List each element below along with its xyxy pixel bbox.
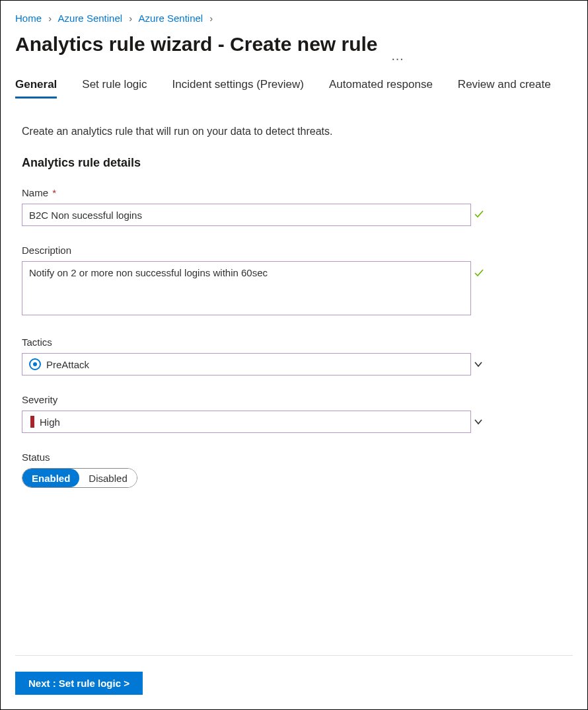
tab-set-rule-logic[interactable]: Set rule logic xyxy=(82,78,147,99)
tactics-select[interactable]: PreAttack xyxy=(22,353,471,375)
breadcrumb-sentinel-2[interactable]: Azure Sentinel xyxy=(139,13,203,24)
name-label: Name * xyxy=(22,187,491,198)
wizard-footer: Next : Set rule logic > xyxy=(15,655,573,695)
tab-review-create[interactable]: Review and create xyxy=(458,78,551,99)
chevron-right-icon: › xyxy=(48,13,52,24)
status-label: Status xyxy=(22,452,491,463)
breadcrumb-sentinel-1[interactable]: Azure Sentinel xyxy=(58,13,123,24)
tab-incident-settings[interactable]: Incident settings (Preview) xyxy=(172,78,304,99)
field-description: Description Notify on 2 or more non succ… xyxy=(22,245,491,318)
breadcrumb-home[interactable]: Home xyxy=(15,13,42,24)
chevron-right-icon: › xyxy=(129,13,132,24)
field-severity: Severity High xyxy=(22,394,491,433)
wizard-general-pane: Create an analytics rule that will run o… xyxy=(15,126,491,488)
target-icon xyxy=(29,358,41,370)
section-rule-details: Analytics rule details xyxy=(22,156,491,170)
field-name: Name * xyxy=(22,187,491,226)
name-input[interactable] xyxy=(22,204,471,226)
field-status: Status Enabled Disabled xyxy=(22,452,491,488)
next-button[interactable]: Next : Set rule logic > xyxy=(15,672,143,695)
tactics-label: Tactics xyxy=(22,336,491,348)
check-icon xyxy=(474,268,484,278)
breadcrumb: Home › Azure Sentinel › Azure Sentinel › xyxy=(15,13,573,24)
page-title: Analytics rule wizard - Create new rule xyxy=(15,33,378,56)
tab-automated-response[interactable]: Automated response xyxy=(329,78,433,99)
status-disabled[interactable]: Disabled xyxy=(79,469,136,487)
chevron-down-icon xyxy=(474,360,483,369)
tab-general[interactable]: General xyxy=(15,78,57,99)
wizard-tabs: General Set rule logic Incident settings… xyxy=(15,78,573,99)
check-icon xyxy=(474,209,484,219)
more-actions-button[interactable]: … xyxy=(387,48,408,63)
status-toggle[interactable]: Enabled Disabled xyxy=(22,468,137,488)
description-input[interactable]: Notify on 2 or more non successful login… xyxy=(22,261,471,315)
chevron-right-icon: › xyxy=(209,13,213,24)
severity-select[interactable]: High xyxy=(22,411,471,433)
description-label: Description xyxy=(22,245,491,256)
severity-label: Severity xyxy=(22,394,491,405)
intro-text: Create an analytics rule that will run o… xyxy=(22,126,491,138)
required-indicator: * xyxy=(52,187,56,198)
tactics-value: PreAttack xyxy=(46,359,89,370)
severity-value: High xyxy=(40,416,60,428)
chevron-down-icon xyxy=(474,417,483,426)
status-enabled[interactable]: Enabled xyxy=(22,469,79,487)
severity-high-icon xyxy=(30,416,34,428)
field-tactics: Tactics PreAttack xyxy=(22,336,491,375)
